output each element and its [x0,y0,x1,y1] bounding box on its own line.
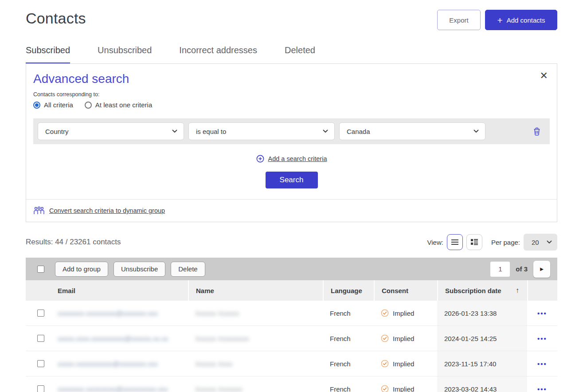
export-button[interactable]: Export [437,10,481,30]
panel-footer: Convert search criteria to dynamic group [26,199,557,222]
row-checkbox-cell [26,351,51,376]
consent-label: Implied [393,310,414,317]
tab-incorrect-addresses[interactable]: Incorrect addresses [179,45,257,63]
chevron-down-icon [172,129,177,133]
tab-deleted[interactable]: Deleted [285,45,315,63]
radio-all-criteria[interactable]: All criteria [33,101,73,109]
pagination: of 3 ▶ [490,261,550,278]
per-page-select[interactable]: 20 [524,234,557,251]
radio-at-least-one-criteria[interactable]: At least one criteria [85,101,152,109]
advanced-search-title: Advanced search [33,72,550,86]
row-checkbox-cell [26,326,51,351]
advanced-search-panel: ✕ Advanced search Contacts corresponding… [26,63,557,222]
criteria-value-select[interactable]: Canada [339,122,485,140]
add-criteria-row: Add a search criteria [33,155,550,163]
tabs: Subscribed Unsubscribed Incorrect addres… [26,45,557,63]
page-number-input[interactable] [490,262,510,277]
group-people-icon [33,206,45,215]
criteria-mode-radios: All criteria At least one criteria [33,101,550,109]
trash-icon[interactable] [533,127,541,136]
select-all-checkbox[interactable] [37,266,44,273]
header-actions-spacer [527,280,557,301]
name-cell: Xxxxxx Xxxxxxx [188,376,323,392]
row-checkbox[interactable] [37,385,44,392]
add-contacts-button[interactable]: + Add contacts [485,10,557,30]
add-search-criteria-link[interactable]: Add a search criteria [268,155,327,162]
email-cell: xxxxxxxx.xxxxxxxxx@xxxxxxxxxx.xxx [51,376,188,392]
consent-label: Implied [393,385,414,392]
email-cell: xxxxxxxx.xxxxxxxxx@xxxxxxx.xxx [51,301,188,325]
header-consent[interactable]: Consent [374,280,437,301]
view-controls: View: Per page: 20 [427,234,557,251]
consent-cell: Implied [374,351,437,376]
sort-ascending-icon[interactable]: ↑ [516,286,519,294]
card-view-icon [470,239,478,246]
blurred-email-text: xxxxx.xxxx.xxxxxxxxxx@xxxxxx.xx.xx [58,335,168,342]
table-row: xxxxx.xxxx.xxxxxxxxxx@xxxxxx.xx.xx Xxxxx… [26,326,557,351]
row-actions-cell: ••• [527,301,557,325]
list-view-icon [451,239,458,245]
header-name[interactable]: Name [188,280,323,301]
next-page-icon: ▶ [540,267,544,271]
row-actions-cell: ••• [527,326,557,351]
blurred-email-text: xxxxx.xxxxxxxxxxx@xxxxxxxx.xxx [58,360,158,368]
criteria-row: Country is equal to Canada [33,118,550,144]
criteria-field-select[interactable]: Country [38,122,184,140]
row-menu-icon[interactable]: ••• [537,360,547,368]
consent-cell: Implied [374,376,437,392]
results-bar: Results: 44 / 23261 contacts View: [26,234,557,251]
row-checkbox[interactable] [37,360,44,367]
tab-unsubscribed[interactable]: Unsubscribed [98,45,152,63]
blurred-name-text: Xxxxxx Xxxxxxx [195,385,243,392]
table-row: xxxxxxxx.xxxxxxxxx@xxxxxxx.xxx Xxxxxx Xx… [26,301,557,326]
unsubscribe-button[interactable]: Unsubscribe [113,262,165,277]
criteria-operator-select[interactable]: is equal to [188,122,335,140]
search-button[interactable]: Search [266,172,318,188]
add-to-group-button[interactable]: Add to group [55,262,108,277]
criteria-field-value: Country [45,128,69,135]
language-cell: French [323,351,374,376]
row-checkbox[interactable] [37,335,44,342]
table-row: xxxxx.xxxxxxxxxxx@xxxxxxxx.xxx Xxxxxx Xx… [26,351,557,376]
page-total-label: of 3 [516,265,528,273]
row-checkbox-cell [26,376,51,392]
page-title: Contacts [26,10,86,27]
row-checkbox[interactable] [37,310,44,317]
add-contacts-label: Add contacts [507,16,545,24]
name-cell: Xxxxxx Xxxxxx [188,301,323,325]
header-subscription-date[interactable]: Subscription date ↑ [437,280,527,301]
per-page-label: Per page: [491,239,520,246]
header-language[interactable]: Language [323,280,374,301]
search-row: Search [33,172,550,188]
header-email[interactable]: Email [51,280,188,301]
radio-unselected-icon [85,102,92,109]
row-menu-icon[interactable]: ••• [537,310,547,317]
contacts-page: Contacts Export + Add contacts Subscribe… [0,0,579,392]
view-label: View: [427,239,443,246]
top-actions: Export + Add contacts [437,10,557,30]
email-cell: xxxxx.xxxx.xxxxxxxxxx@xxxxxx.xx.xx [51,326,188,351]
convert-to-dynamic-group-link[interactable]: Convert search criteria to dynamic group [49,207,165,214]
consent-label: Implied [393,335,414,342]
delete-button[interactable]: Delete [171,262,205,277]
row-menu-icon[interactable]: ••• [537,385,547,392]
bulk-actions: Add to group Unsubscribe Delete [55,262,205,277]
close-icon[interactable]: ✕ [540,71,548,81]
consent-cell: Implied [374,326,437,351]
plus-icon: + [497,16,503,25]
row-checkbox-cell [26,301,51,325]
per-page-value: 20 [532,239,539,246]
tab-subscribed[interactable]: Subscribed [26,45,70,64]
top-bar: Contacts Export + Add contacts [26,10,557,30]
chevron-down-icon [547,240,552,244]
contacts-table: Add to group Unsubscribe Delete of 3 ▶ E… [26,258,557,392]
table-header-row: Email Name Language Consent Subscription… [26,280,557,301]
corresponding-label: Contacts corresponding to: [33,91,550,98]
list-view-toggle[interactable] [447,234,463,250]
card-view-toggle[interactable] [466,234,482,250]
blurred-name-text: Xxxxxx Xxxxxx [195,310,239,317]
consent-check-icon [381,360,389,368]
radio-selected-icon [33,102,40,109]
row-menu-icon[interactable]: ••• [537,335,547,342]
next-page-button[interactable]: ▶ [533,261,550,278]
